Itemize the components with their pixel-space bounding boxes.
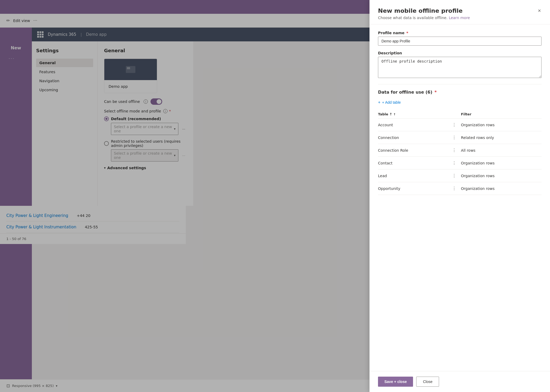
sidebar-item-general[interactable]: General bbox=[36, 59, 93, 67]
left-rail-dots: ··· bbox=[8, 56, 15, 61]
required-marker: * bbox=[169, 109, 171, 113]
default-profile-dropdown[interactable]: Select a profile or create a new one ▾ bbox=[111, 123, 178, 135]
background-list: City Power & Light Engineering +44 20 Ci… bbox=[0, 206, 186, 237]
filter-label-header: Filter bbox=[461, 110, 542, 119]
account-menu-btn[interactable]: ⋮ bbox=[450, 122, 458, 128]
sidebar-item-navigation[interactable]: Navigation bbox=[36, 77, 93, 85]
table-row: Connection ⋮ Related rows only bbox=[378, 131, 542, 144]
restricted-profile-dropdown[interactable]: Select a profile or create a new one ▾ bbox=[111, 149, 178, 162]
restricted-radio-option: Restricted to selected users (requires a… bbox=[104, 139, 187, 162]
table-name-opportunity: Opportunity bbox=[378, 182, 450, 195]
svg-rect-1 bbox=[127, 67, 130, 69]
table-name-lead: Lead bbox=[378, 169, 450, 182]
modal-body: Profile name * Description Offline profi… bbox=[369, 24, 550, 371]
table-col-header[interactable]: Table ↑ bbox=[378, 110, 450, 119]
settings-sidebar: Settings General Features Navigation Upc… bbox=[32, 41, 98, 206]
save-close-button[interactable]: Save + close bbox=[378, 377, 413, 387]
modal-header: New mobile offline profile Choose what d… bbox=[369, 0, 550, 24]
description-textarea[interactable]: Offline profile description bbox=[378, 57, 542, 78]
table-row: Lead ⋮ Organization rows bbox=[378, 169, 542, 182]
close-button[interactable]: Close bbox=[416, 377, 439, 387]
default-dropdown-row: Select a profile or create a new one ▾ ·… bbox=[111, 123, 187, 135]
modal-subtitle: Choose what data is available offline. L… bbox=[378, 16, 542, 20]
advanced-settings-toggle[interactable]: ▾ Advanced settings bbox=[104, 166, 187, 170]
table-name-contact: Contact bbox=[378, 157, 450, 169]
modal-close-button[interactable]: × bbox=[535, 6, 544, 15]
restricted-dropdown-chevron-icon: ▾ bbox=[174, 154, 175, 157]
learn-more-link[interactable]: Learn more bbox=[449, 16, 470, 20]
table-row: Opportunity ⋮ Organization rows bbox=[378, 182, 542, 195]
list-item: City Power & Light Instrumentation 425-5… bbox=[6, 221, 179, 233]
restricted-dropdown-more-btn[interactable]: ··· bbox=[181, 152, 187, 159]
more-options-icon[interactable]: ··· bbox=[33, 18, 37, 23]
app-preview-card: Demo app bbox=[104, 59, 157, 93]
app-name-label: Demo app bbox=[86, 32, 107, 37]
status-chevron-icon[interactable]: ▾ bbox=[56, 384, 57, 388]
connection-role-menu-btn[interactable]: ⋮ bbox=[450, 147, 458, 153]
default-dropdown-more-btn[interactable]: ··· bbox=[181, 126, 187, 132]
close-icon: × bbox=[538, 8, 541, 14]
connection-menu-btn[interactable]: ⋮ bbox=[450, 134, 458, 141]
table-name-connection: Connection bbox=[378, 131, 450, 144]
profile-name-label: Profile name * bbox=[378, 31, 542, 35]
select-mode-info-icon[interactable]: i bbox=[163, 109, 167, 113]
table-row: Account ⋮ Organization rows bbox=[378, 119, 542, 131]
lead-filter: Organization rows bbox=[461, 169, 542, 182]
edit-view-label[interactable]: Edit view bbox=[13, 19, 30, 23]
sidebar-item-features[interactable]: Features bbox=[36, 68, 93, 76]
restricted-profile-placeholder: Select a profile or create a new one bbox=[114, 151, 174, 160]
modal-footer: Save + close Close bbox=[369, 371, 550, 392]
general-content: General Demo app Can be used offline i S… bbox=[98, 41, 193, 206]
modal-title: New mobile offline profile bbox=[378, 7, 542, 14]
responsive-label[interactable]: Responsive (995 × 825) bbox=[12, 384, 54, 388]
app-preview-header bbox=[104, 59, 157, 80]
default-radio-option: Default (recommended) Select a profile o… bbox=[104, 116, 187, 135]
dynamics-brand-label: Dynamics 365 bbox=[48, 32, 76, 37]
settings-title: Settings bbox=[36, 48, 93, 53]
restricted-radio-circle[interactable] bbox=[104, 141, 109, 146]
offline-info-icon[interactable]: i bbox=[144, 99, 148, 104]
sidebar-item-upcoming[interactable]: Upcoming bbox=[36, 86, 93, 94]
account-filter: Organization rows bbox=[461, 119, 542, 131]
profile-name-group: Profile name * bbox=[378, 31, 542, 46]
data-section-required: * bbox=[435, 90, 437, 95]
table-name-connection-role: Connection Role bbox=[378, 144, 450, 157]
default-radio-circle[interactable] bbox=[104, 116, 109, 121]
dropdown-chevron-icon: ▾ bbox=[174, 127, 175, 131]
contact-menu-btn[interactable]: ⋮ bbox=[450, 160, 458, 166]
filter-col-header bbox=[450, 110, 461, 119]
new-button[interactable]: New bbox=[0, 41, 32, 55]
select-mode-label: Select offline mode and profile i * bbox=[104, 109, 187, 113]
table-name-account: Account bbox=[378, 119, 450, 131]
add-table-button[interactable]: + + Add table bbox=[378, 99, 401, 106]
lead-menu-btn[interactable]: ⋮ bbox=[450, 173, 458, 179]
default-radio-label: Default (recommended) bbox=[104, 116, 187, 121]
table-row: Contact ⋮ Organization rows bbox=[378, 157, 542, 169]
list-item-phone-1: +44 20 bbox=[77, 214, 91, 218]
chevron-down-icon: ▾ bbox=[104, 166, 106, 170]
list-item-phone-2: 425-55 bbox=[85, 225, 98, 229]
restricted-radio-label: Restricted to selected users (requires a… bbox=[104, 139, 187, 148]
left-rail bbox=[0, 0, 32, 392]
list-item-name-2[interactable]: City Power & Light Instrumentation bbox=[6, 225, 76, 229]
app-grid-icon[interactable] bbox=[36, 30, 45, 39]
description-group: Description Offline profile description bbox=[378, 51, 542, 79]
offline-tables-list: Table ↑ Filter Account ⋮ Organization ro… bbox=[378, 110, 542, 195]
profile-name-input[interactable] bbox=[378, 37, 542, 46]
list-item-name-1[interactable]: City Power & Light Engineering bbox=[6, 213, 68, 218]
svg-rect-0 bbox=[126, 66, 135, 73]
edit-icon: ✏ bbox=[6, 18, 10, 23]
offline-toggle-label: Can be used offline bbox=[104, 99, 140, 104]
list-item: City Power & Light Engineering +44 20 bbox=[6, 210, 179, 221]
opportunity-filter: Organization rows bbox=[461, 182, 542, 195]
opportunity-menu-btn[interactable]: ⋮ bbox=[450, 185, 458, 191]
offline-toggle-container: Can be used offline i bbox=[104, 98, 187, 105]
plus-icon: + bbox=[378, 100, 380, 105]
connection-filter: Related rows only bbox=[461, 131, 542, 144]
pagination-bar: 1 - 50 of 76 bbox=[0, 233, 186, 244]
data-offline-header: Data for offline use (6) * bbox=[378, 90, 542, 95]
profile-name-required: * bbox=[406, 31, 408, 35]
responsive-icon: ⊡ bbox=[6, 383, 10, 388]
modal-panel: New mobile offline profile Choose what d… bbox=[369, 0, 550, 392]
offline-toggle-switch[interactable] bbox=[151, 98, 162, 105]
